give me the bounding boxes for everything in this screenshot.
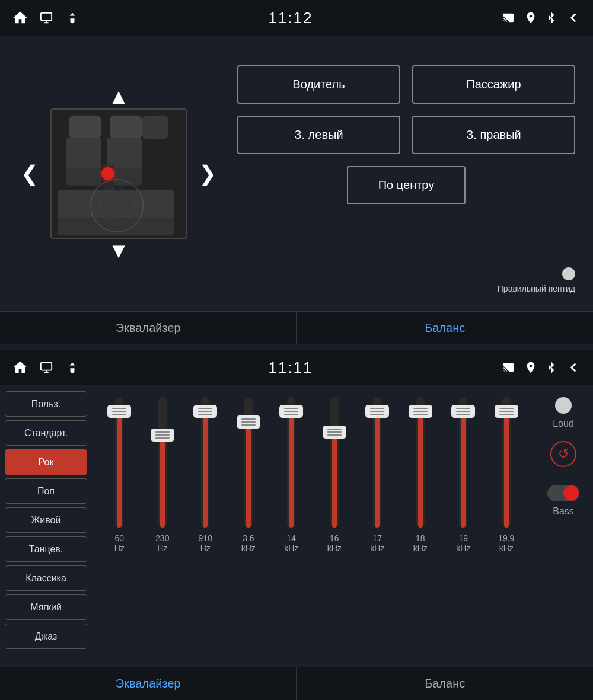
- slider-fill-8: [461, 413, 466, 528]
- slider-fill-6: [375, 413, 380, 528]
- top-tab-bar: Эквалайзер Баланс: [0, 311, 593, 344]
- slider-label-8: 19kHz: [456, 533, 470, 554]
- svg-rect-5: [142, 115, 168, 138]
- slider-track-7[interactable]: [416, 397, 425, 528]
- slider-thumb-4[interactable]: [279, 405, 303, 418]
- tab-equalizer-bottom[interactable]: Эквалайзер: [0, 667, 297, 700]
- eq-slider-col-0: 60Hz: [101, 397, 138, 554]
- screen-icon[interactable]: [38, 11, 55, 24]
- slider-track-5[interactable]: [330, 397, 339, 528]
- screen-icon-2[interactable]: [38, 361, 55, 374]
- top-status-right: [500, 10, 581, 25]
- top-time: 11:12: [268, 9, 313, 27]
- loud-button[interactable]: [555, 397, 572, 414]
- seat-down-button[interactable]: ▼: [108, 239, 129, 263]
- top-panel: 11:12 ▲ ❮: [0, 0, 593, 350]
- back-icon[interactable]: [566, 10, 581, 25]
- top-status-bar: 11:12: [0, 0, 593, 36]
- usb-icon[interactable]: [64, 9, 81, 26]
- eq-preset-5[interactable]: Танцев.: [5, 536, 87, 562]
- slider-track-6[interactable]: [373, 397, 381, 528]
- cast-icon-2[interactable]: [500, 361, 516, 374]
- loud-label: Loud: [553, 418, 574, 429]
- seat-buttons-row1: Водитель Пассажир: [237, 65, 575, 104]
- eq-preset-1[interactable]: Стандарт.: [5, 420, 87, 446]
- slider-thumb-8[interactable]: [451, 405, 475, 418]
- rear-right-button[interactable]: З. правый: [412, 116, 575, 154]
- peptide-area: Правильный пептид: [237, 267, 575, 299]
- bluetooth-icon-2[interactable]: [546, 360, 557, 375]
- peptide-dot[interactable]: [562, 267, 575, 280]
- seat-area: ▲ ❮: [18, 47, 219, 299]
- svg-rect-15: [41, 363, 52, 370]
- eq-preset-6[interactable]: Классика: [5, 565, 87, 591]
- slider-track-1[interactable]: [158, 397, 167, 528]
- home-icon-2[interactable]: [12, 359, 28, 376]
- slider-label-9: 19.9kHz: [498, 533, 514, 554]
- slider-label-6: 17kHz: [370, 533, 384, 554]
- eq-slider-col-7: 18kHz: [402, 397, 439, 554]
- eq-slider-col-4: 14kHz: [273, 397, 310, 554]
- eq-preset-0[interactable]: Польз.: [5, 391, 87, 417]
- driver-button[interactable]: Водитель: [237, 65, 400, 104]
- bluetooth-icon[interactable]: [546, 10, 557, 25]
- passenger-button[interactable]: Пассажир: [412, 65, 575, 104]
- home-icon[interactable]: [12, 9, 28, 26]
- slider-label-4: 14kHz: [284, 533, 298, 554]
- tab-equalizer-top[interactable]: Эквалайзер: [0, 312, 297, 344]
- slider-track-9[interactable]: [502, 397, 511, 528]
- seat-position-dot: [101, 167, 114, 180]
- eq-preset-2[interactable]: Рок: [5, 449, 87, 475]
- slider-track-4[interactable]: [287, 397, 295, 528]
- slider-thumb-1[interactable]: [151, 429, 174, 442]
- seat-buttons-panel: Водитель Пассажир З. левый З. правый По …: [237, 47, 575, 267]
- slider-thumb-6[interactable]: [365, 405, 389, 418]
- eq-sidebar: Польз.Стандарт.РокПопЖивойТанцев.Классик…: [0, 385, 92, 655]
- slider-track-0[interactable]: [115, 397, 123, 528]
- tab-balance-top[interactable]: Баланс: [297, 312, 594, 344]
- reset-button[interactable]: ↺: [550, 441, 576, 467]
- seat-right-button[interactable]: ❯: [193, 161, 222, 186]
- slider-thumb-9[interactable]: [495, 405, 518, 418]
- slider-track-8[interactable]: [459, 397, 467, 528]
- slider-thumb-2[interactable]: [193, 405, 217, 418]
- eq-preset-3[interactable]: Поп: [5, 478, 87, 504]
- center-button[interactable]: По центру: [347, 166, 466, 204]
- eq-slider-col-1: 230Hz: [144, 397, 181, 554]
- slider-label-1: 230Hz: [155, 533, 169, 554]
- loud-section: Loud: [553, 397, 574, 429]
- slider-thumb-3[interactable]: [237, 415, 260, 429]
- svg-rect-11: [58, 190, 174, 219]
- usb-icon-2[interactable]: [64, 359, 81, 376]
- slider-fill-1: [160, 436, 165, 528]
- location-icon[interactable]: [524, 10, 537, 25]
- slider-label-2: 910Hz: [199, 533, 212, 554]
- slider-fill-9: [504, 413, 509, 528]
- eq-preset-7[interactable]: Мягкий: [5, 594, 87, 620]
- location-icon-2[interactable]: [524, 360, 537, 375]
- bottom-tab-bar: Эквалайзер Баланс: [0, 667, 593, 700]
- slider-thumb-7[interactable]: [409, 405, 432, 418]
- back-icon-2[interactable]: [566, 360, 581, 375]
- rear-left-button[interactable]: З. левый: [237, 116, 400, 154]
- seat-up-button[interactable]: ▲: [108, 85, 129, 108]
- bottom-panel: 11:11 Польз.Стандарт.РокПопЖивойТанцев.К…: [0, 350, 593, 700]
- bass-toggle[interactable]: [547, 485, 579, 501]
- slider-thumb-0[interactable]: [107, 405, 131, 418]
- seat-image-row: ❮: [15, 108, 222, 239]
- slider-thumb-lines-1: [155, 431, 170, 439]
- slider-thumb-lines-9: [499, 408, 514, 415]
- bass-label: Bass: [553, 506, 574, 517]
- eq-slider-col-6: 17kHz: [359, 397, 396, 554]
- eq-preset-8[interactable]: Джаз: [5, 624, 87, 649]
- slider-track-2[interactable]: [201, 397, 209, 528]
- eq-preset-4[interactable]: Живой: [5, 507, 87, 533]
- slider-fill-7: [418, 413, 423, 528]
- slider-track-3[interactable]: [244, 397, 253, 528]
- svg-rect-8: [66, 168, 101, 185]
- slider-thumb-5[interactable]: [323, 426, 346, 439]
- cast-icon[interactable]: [500, 11, 516, 24]
- eq-right-controls: Loud ↺ Bass: [534, 385, 593, 655]
- seat-left-button[interactable]: ❮: [15, 161, 44, 186]
- tab-balance-bottom[interactable]: Баланс: [297, 667, 594, 700]
